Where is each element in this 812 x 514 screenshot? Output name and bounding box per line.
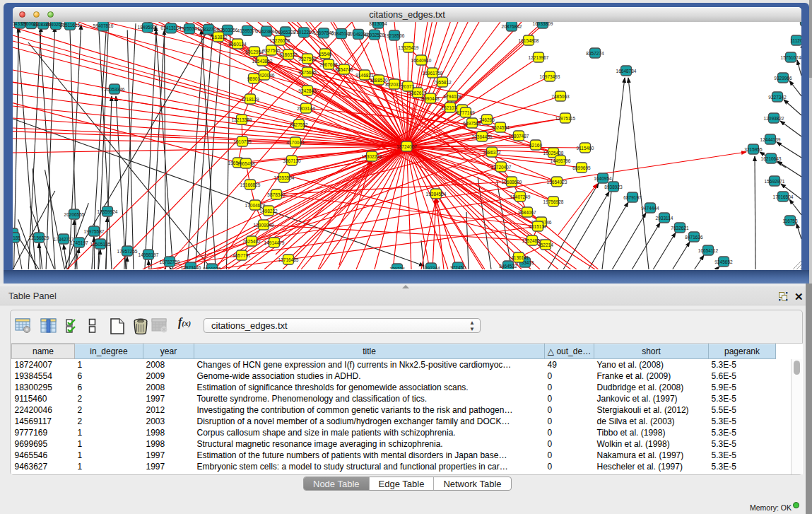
svg-text:6879197: 6879197	[623, 195, 642, 200]
svg-text:19166825: 19166825	[240, 182, 261, 187]
svg-text:20876842: 20876842	[502, 24, 522, 29]
svg-text:11120: 11120	[790, 38, 801, 43]
svg-text:16648784: 16648784	[616, 69, 637, 74]
svg-text:16782759: 16782759	[160, 259, 180, 264]
svg-text:9146821: 9146821	[355, 73, 374, 78]
svg-text:10654112: 10654112	[698, 248, 719, 253]
svg-text:3867130: 3867130	[283, 158, 301, 163]
svg-text:6899695: 6899695	[572, 165, 591, 170]
svg-text:7163822: 7163822	[209, 35, 228, 40]
svg-text:9657791: 9657791	[233, 253, 251, 258]
svg-text:15546: 15546	[319, 52, 331, 57]
svg-text:16154808: 16154808	[519, 38, 539, 43]
svg-text:12909948: 12909948	[254, 223, 274, 228]
svg-text:75255341: 75255341	[180, 26, 200, 31]
svg-text:9115460: 9115460	[577, 146, 594, 151]
svg-text:7625402: 7625402	[242, 239, 261, 244]
svg-text:10973493: 10973493	[540, 74, 560, 79]
svg-text:2967608: 2967608	[319, 62, 338, 67]
svg-text:20053346: 20053346	[105, 87, 125, 92]
svg-text:2718129: 2718129	[241, 97, 259, 102]
svg-text:16543862: 16543862	[252, 59, 273, 64]
svg-text:9245652: 9245652	[714, 259, 733, 264]
svg-text:10688609: 10688609	[502, 180, 522, 185]
svg-text:62160: 62160	[529, 143, 542, 148]
svg-text:59407816: 59407816	[93, 23, 114, 28]
svg-text:8454749: 8454749	[335, 67, 353, 72]
svg-text:17016504: 17016504	[773, 194, 794, 199]
svg-text:8464532: 8464532	[499, 264, 517, 269]
svg-text:7485063: 7485063	[551, 94, 570, 99]
svg-text:13716485: 13716485	[278, 257, 299, 262]
svg-text:19975587: 19975587	[84, 229, 105, 234]
svg-text:8471636: 8471636	[685, 235, 703, 240]
svg-text:9327505: 9327505	[262, 48, 281, 53]
svg-text:2803144: 2803144	[297, 106, 315, 111]
svg-text:13325419: 13325419	[399, 45, 419, 50]
svg-text:10025438: 10025438	[543, 151, 564, 156]
svg-text:14958197: 14958197	[139, 252, 159, 257]
svg-text:746266: 746266	[479, 117, 495, 122]
svg-text:18407249: 18407249	[510, 194, 531, 199]
svg-text:14495796: 14495796	[551, 158, 571, 163]
svg-text:1745197: 1745197	[70, 240, 88, 245]
svg-text:972450: 972450	[450, 265, 466, 270]
svg-text:48932528: 48932528	[365, 33, 385, 37]
svg-text:18495931: 18495931	[138, 25, 158, 30]
svg-text:7955812: 7955812	[433, 80, 452, 85]
svg-text:23511615: 23511615	[60, 23, 81, 28]
svg-text:9501835: 9501835	[203, 267, 221, 270]
svg-text:20364436: 20364436	[472, 134, 493, 139]
svg-text:8990448: 8990448	[421, 96, 440, 101]
svg-text:98901: 98901	[247, 76, 260, 81]
svg-text:9777169: 9777169	[457, 110, 475, 115]
svg-text:9329966: 9329966	[774, 76, 792, 81]
svg-text:12444139: 12444139	[760, 137, 781, 142]
svg-text:7632621: 7632621	[671, 226, 689, 230]
svg-text:20373: 20373	[401, 84, 414, 89]
svg-text:8357274: 8357274	[586, 51, 604, 56]
svg-text:15751074: 15751074	[781, 55, 801, 60]
svg-text:72423884: 72423884	[257, 29, 277, 34]
svg-text:17359924: 17359924	[98, 209, 118, 214]
svg-text:6794028: 6794028	[443, 94, 461, 99]
svg-text:15692971: 15692971	[765, 179, 785, 184]
svg-text:19384554: 19384554	[426, 192, 447, 197]
svg-text:8427552: 8427552	[290, 122, 308, 127]
svg-text:03413164: 03413164	[161, 25, 182, 30]
svg-text:92832764: 92832764	[199, 27, 219, 32]
svg-text:71012269: 71012269	[294, 30, 314, 35]
svg-text:12923446: 12923446	[181, 265, 201, 270]
svg-text:4170044: 4170044	[286, 140, 305, 145]
svg-text:116753: 116753	[782, 218, 798, 223]
svg-text:12156829: 12156829	[29, 235, 49, 240]
svg-text:1965498: 1965498	[237, 161, 255, 166]
svg-text:16961758: 16961758	[423, 71, 443, 76]
svg-text:17957255: 17957255	[117, 249, 138, 254]
svg-text:12213967: 12213967	[529, 55, 549, 60]
svg-text:2933114: 2933114	[656, 216, 673, 221]
svg-text:1010755: 1010755	[233, 139, 252, 144]
svg-text:9227342: 9227342	[768, 95, 787, 100]
svg-text:8660124: 8660124	[228, 42, 247, 47]
svg-text:12093822: 12093822	[764, 116, 784, 121]
svg-text:14136141: 14136141	[509, 255, 529, 260]
svg-text:19218506: 19218506	[384, 33, 405, 38]
svg-text:14914479: 14914479	[264, 240, 285, 245]
svg-text:18724007: 18724007	[396, 144, 417, 149]
svg-text:8912954: 8912954	[245, 49, 264, 54]
svg-text:15226058: 15226058	[270, 38, 290, 43]
svg-text:17004678: 17004678	[245, 203, 266, 208]
svg-text:10807487: 10807487	[509, 134, 529, 139]
svg-text:8186323: 8186323	[279, 52, 298, 57]
svg-text:1112: 1112	[801, 22, 801, 24]
svg-text:96965328: 96965328	[276, 30, 296, 35]
svg-text:13720407: 13720407	[491, 165, 512, 170]
svg-text:452214: 452214	[538, 243, 553, 247]
svg-text:16210643: 16210643	[761, 156, 782, 161]
svg-text:12353594: 12353594	[274, 175, 295, 180]
svg-text:1292344: 1292344	[422, 266, 440, 270]
svg-text:12213389: 12213389	[232, 117, 252, 122]
svg-text:13302273: 13302273	[362, 154, 382, 159]
svg-text:8813054: 8813054	[369, 22, 387, 26]
